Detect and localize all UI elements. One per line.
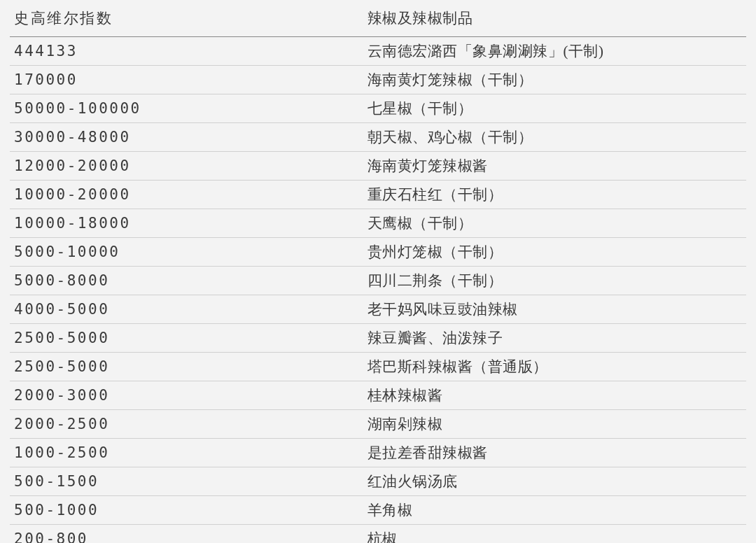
table-row: 170000 海南黄灯笼辣椒（干制）: [10, 66, 746, 94]
cell-index: 500-1000: [10, 496, 363, 525]
table-row: 10000-18000 天鹰椒（干制）: [10, 209, 746, 238]
cell-index: 5000-8000: [10, 267, 363, 295]
table-body: 444133 云南德宏潞西「象鼻涮涮辣」(干制) 170000 海南黄灯笼辣椒（…: [10, 37, 746, 544]
cell-index: 170000: [10, 66, 363, 94]
cell-index: 444133: [10, 37, 363, 66]
cell-index: 2500-5000: [10, 353, 363, 381]
table-row: 2500-5000 辣豆瓣酱、油泼辣子: [10, 324, 746, 353]
cell-name: 塔巴斯科辣椒酱（普通版）: [363, 353, 746, 381]
cell-index: 1000-2500: [10, 439, 363, 467]
cell-name: 老干妈风味豆豉油辣椒: [363, 295, 746, 324]
cell-name: 是拉差香甜辣椒酱: [363, 439, 746, 467]
cell-index: 12000-20000: [10, 152, 363, 181]
cell-name: 杭椒: [363, 525, 746, 544]
cell-name: 羊角椒: [363, 496, 746, 525]
table-row: 2000-2500 湖南剁辣椒: [10, 410, 746, 439]
table-row: 2000-3000 桂林辣椒酱: [10, 381, 746, 410]
table-row: 5000-10000 贵州灯笼椒（干制）: [10, 238, 746, 267]
cell-index: 2000-3000: [10, 381, 363, 410]
table-row: 12000-20000 海南黄灯笼辣椒酱: [10, 152, 746, 181]
cell-name: 重庆石柱红（干制）: [363, 181, 746, 209]
table-row: 4000-5000 老干妈风味豆豉油辣椒: [10, 295, 746, 324]
table-row: 1000-2500 是拉差香甜辣椒酱: [10, 439, 746, 467]
cell-name: 四川二荆条（干制）: [363, 267, 746, 295]
cell-index: 2000-2500: [10, 410, 363, 439]
table-row: 10000-20000 重庆石柱红（干制）: [10, 181, 746, 209]
cell-index: 10000-20000: [10, 181, 363, 209]
cell-index: 2500-5000: [10, 324, 363, 353]
cell-name: 云南德宏潞西「象鼻涮涮辣」(干制): [363, 37, 746, 66]
header-name: 辣椒及辣椒制品: [363, 6, 746, 37]
table-row: 30000-48000 朝天椒、鸡心椒（干制）: [10, 123, 746, 152]
header-index: 史高维尔指数: [10, 6, 363, 37]
table-row: 2500-5000 塔巴斯科辣椒酱（普通版）: [10, 353, 746, 381]
cell-name: 桂林辣椒酱: [363, 381, 746, 410]
cell-name: 朝天椒、鸡心椒（干制）: [363, 123, 746, 152]
cell-index: 200-800: [10, 525, 363, 544]
cell-index: 500-1500: [10, 467, 363, 496]
table-row: 50000-100000 七星椒（干制）: [10, 94, 746, 123]
cell-name: 贵州灯笼椒（干制）: [363, 238, 746, 267]
cell-index: 10000-18000: [10, 209, 363, 238]
cell-index: 5000-10000: [10, 238, 363, 267]
cell-name: 海南黄灯笼辣椒酱: [363, 152, 746, 181]
table-row: 500-1000 羊角椒: [10, 496, 746, 525]
cell-name: 湖南剁辣椒: [363, 410, 746, 439]
table-row: 200-800 杭椒: [10, 525, 746, 544]
cell-index: 50000-100000: [10, 94, 363, 123]
cell-name: 红油火锅汤底: [363, 467, 746, 496]
cell-name: 海南黄灯笼辣椒（干制）: [363, 66, 746, 94]
scoville-table: 史高维尔指数 辣椒及辣椒制品 444133 云南德宏潞西「象鼻涮涮辣」(干制) …: [10, 6, 746, 543]
table-header-row: 史高维尔指数 辣椒及辣椒制品: [10, 6, 746, 37]
table-row: 500-1500 红油火锅汤底: [10, 467, 746, 496]
cell-name: 七星椒（干制）: [363, 94, 746, 123]
table-row: 5000-8000 四川二荆条（干制）: [10, 267, 746, 295]
cell-index: 4000-5000: [10, 295, 363, 324]
cell-name: 辣豆瓣酱、油泼辣子: [363, 324, 746, 353]
cell-name: 天鹰椒（干制）: [363, 209, 746, 238]
cell-index: 30000-48000: [10, 123, 363, 152]
table-row: 444133 云南德宏潞西「象鼻涮涮辣」(干制): [10, 37, 746, 66]
